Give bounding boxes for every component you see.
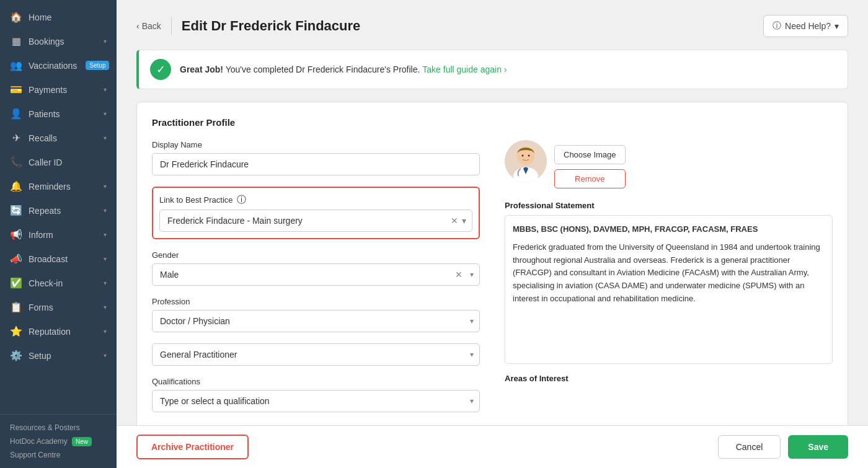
repeats-chevron: ▾ bbox=[104, 207, 107, 214]
sidebar-item-patients[interactable]: 👤 Patients ▾ bbox=[0, 102, 117, 126]
practitioner-profile-card: Practitioner Profile Display Name Link t… bbox=[136, 102, 848, 425]
broadcast-icon: 📣 bbox=[10, 253, 22, 265]
sidebar-label-inform: Inform bbox=[29, 230, 97, 240]
reputation-chevron: ▾ bbox=[104, 328, 107, 335]
specialty-select[interactable]: General Practitioner Specialist bbox=[152, 343, 480, 366]
display-name-group: Display Name bbox=[152, 140, 480, 175]
banner-link[interactable]: Take full guide again › bbox=[422, 64, 507, 74]
back-link[interactable]: ‹ Back bbox=[136, 21, 161, 31]
sidebar-item-checkin[interactable]: ✅ Check-in ▾ bbox=[0, 271, 117, 295]
help-chevron-icon: ▾ bbox=[835, 21, 839, 31]
help-label: Need Help? bbox=[785, 21, 831, 31]
sidebar-item-inform[interactable]: 📢 Inform ▾ bbox=[0, 223, 117, 247]
sidebar-item-bookings[interactable]: ▦ Bookings ▾ bbox=[0, 29, 117, 53]
sidebar-item-home[interactable]: 🏠 Home bbox=[0, 5, 117, 29]
sidebar-item-vaccinations[interactable]: 👥 Vaccinations Setup bbox=[0, 53, 117, 77]
profession-label: Profession bbox=[152, 297, 480, 306]
sidebar-nav: 🏠 Home ▦ Bookings ▾ 👥 Vaccinations Setup… bbox=[0, 0, 117, 414]
gender-select-wrapper: Male Female Other ✕ ▾ bbox=[152, 263, 480, 286]
ps-title: MBBS, BSC (HONS), DAVMED, MPH, FRACGP, F… bbox=[513, 223, 825, 236]
reputation-icon: ⭐ bbox=[10, 325, 22, 337]
sidebar-item-broadcast[interactable]: 📣 Broadcast ▾ bbox=[0, 247, 117, 271]
sidebar-item-recalls[interactable]: ✈ Recalls ▾ bbox=[0, 126, 117, 150]
banner-bold: Great Job! bbox=[180, 64, 223, 74]
inform-icon: 📢 bbox=[10, 229, 22, 241]
hotdoc-academy-label: HotDoc Academy bbox=[10, 437, 68, 446]
page-header: ‹ Back Edit Dr Frederick Findacure ⓘ Nee… bbox=[136, 15, 848, 37]
page-title: Edit Dr Frederick Findacure bbox=[182, 18, 361, 34]
bp-select-icons: ✕ ▾ bbox=[451, 216, 466, 226]
link-bp-input[interactable] bbox=[159, 210, 472, 232]
reminders-chevron: ▾ bbox=[104, 183, 107, 190]
profession-group: Profession Doctor / Physician Nurse Alli… bbox=[152, 297, 480, 332]
save-button[interactable]: Save bbox=[788, 435, 848, 459]
resources-posters-link[interactable]: Resources & Posters bbox=[10, 421, 107, 435]
archive-practitioner-button[interactable]: Archive Practitioner bbox=[136, 435, 249, 459]
vaccinations-badge: Setup bbox=[86, 61, 109, 70]
hotdoc-academy-link[interactable]: HotDoc Academy New bbox=[10, 435, 107, 448]
recalls-icon: ✈ bbox=[10, 132, 22, 144]
bp-clear-icon[interactable]: ✕ bbox=[451, 216, 458, 226]
header-left: ‹ Back Edit Dr Frederick Findacure bbox=[136, 17, 360, 35]
sidebar-label-bookings: Bookings bbox=[29, 37, 97, 46]
sidebar-item-forms[interactable]: 📋 Forms ▾ bbox=[0, 295, 117, 319]
image-buttons: Choose Image Remove bbox=[554, 140, 626, 188]
back-label: Back bbox=[142, 21, 161, 31]
sidebar-footer: Resources & Posters HotDoc Academy New S… bbox=[0, 414, 117, 468]
remove-image-button[interactable]: Remove bbox=[554, 169, 626, 188]
sidebar-label-broadcast: Broadcast bbox=[29, 254, 97, 264]
checkin-chevron: ▾ bbox=[104, 280, 107, 286]
display-name-input[interactable] bbox=[152, 153, 480, 175]
gender-label: Gender bbox=[152, 250, 480, 260]
callerid-icon: 📞 bbox=[10, 156, 22, 168]
need-help-button[interactable]: ⓘ Need Help? ▾ bbox=[763, 15, 848, 37]
cancel-button[interactable]: Cancel bbox=[718, 435, 781, 459]
sidebar-label-vaccinations: Vaccinations bbox=[29, 61, 77, 71]
bookings-icon: ▦ bbox=[10, 35, 22, 47]
link-bp-group: Link to Best Practice ⓘ ✕ ▾ bbox=[152, 187, 480, 239]
repeats-icon: 🔄 bbox=[10, 205, 22, 216]
footer-bar: Archive Practitioner Cancel Save bbox=[117, 425, 868, 468]
svg-point-5 bbox=[528, 155, 530, 157]
new-badge: New bbox=[72, 437, 92, 446]
sidebar-item-payments[interactable]: 💳 Payments ▾ bbox=[0, 77, 117, 102]
form-grid: Display Name Link to Best Practice ⓘ ✕ bbox=[152, 140, 833, 423]
professional-statement-box: MBBS, BSC (HONS), DAVMED, MPH, FRACGP, F… bbox=[505, 215, 833, 364]
qualifications-select-wrapper: Type or select a qualification ▾ bbox=[152, 390, 480, 412]
profile-image bbox=[505, 140, 547, 182]
sidebar-item-callerid[interactable]: 📞 Caller ID bbox=[0, 150, 117, 174]
bookings-chevron: ▾ bbox=[104, 38, 107, 45]
success-text: Great Job! You've completed Dr Frederick… bbox=[180, 64, 507, 74]
recalls-chevron: ▾ bbox=[104, 135, 107, 141]
link-bp-label: Link to Best Practice ⓘ bbox=[159, 194, 472, 206]
sidebar-item-reputation[interactable]: ⭐ Reputation ▾ bbox=[0, 319, 117, 343]
bp-dropdown-icon[interactable]: ▾ bbox=[462, 216, 466, 226]
reminders-icon: 🔔 bbox=[10, 180, 22, 192]
main-area: ‹ Back Edit Dr Frederick Findacure ⓘ Nee… bbox=[117, 0, 868, 468]
sidebar-label-reputation: Reputation bbox=[29, 327, 97, 337]
help-icon: ⓘ bbox=[773, 20, 781, 32]
sidebar-label-forms: Forms bbox=[29, 302, 97, 312]
broadcast-chevron: ▾ bbox=[104, 255, 107, 262]
sidebar-item-setup[interactable]: ⚙️ Setup ▾ bbox=[0, 343, 117, 368]
profession-select[interactable]: Doctor / Physician Nurse Allied Health bbox=[152, 310, 480, 332]
gender-select[interactable]: Male Female Other bbox=[152, 263, 480, 286]
forms-chevron: ▾ bbox=[104, 304, 107, 311]
choose-image-button[interactable]: Choose Image bbox=[554, 145, 626, 164]
success-banner: ✓ Great Job! You've completed Dr Frederi… bbox=[136, 50, 848, 89]
support-centre-link[interactable]: Support Centre bbox=[10, 448, 107, 462]
profession-select-wrapper: Doctor / Physician Nurse Allied Health ▾ bbox=[152, 310, 480, 332]
specialty-select-wrapper: General Practitioner Specialist ▾ bbox=[152, 343, 480, 366]
home-icon: 🏠 bbox=[10, 11, 22, 23]
qualifications-group: Qualifications Type or select a qualific… bbox=[152, 377, 480, 412]
ps-body: Frederick graduated from the University … bbox=[513, 241, 825, 306]
display-name-label: Display Name bbox=[152, 140, 480, 149]
qualifications-select[interactable]: Type or select a qualification bbox=[152, 390, 480, 412]
sidebar-label-reminders: Reminders bbox=[29, 182, 97, 192]
sidebar-item-repeats[interactable]: 🔄 Repeats ▾ bbox=[0, 198, 117, 223]
back-chevron-icon: ‹ bbox=[136, 21, 140, 31]
gender-clear-icon[interactable]: ✕ bbox=[455, 270, 463, 280]
footer-right: Cancel Save bbox=[718, 435, 848, 459]
sidebar-item-reminders[interactable]: 🔔 Reminders ▾ bbox=[0, 174, 117, 198]
sidebar-label-repeats: Repeats bbox=[29, 206, 97, 216]
